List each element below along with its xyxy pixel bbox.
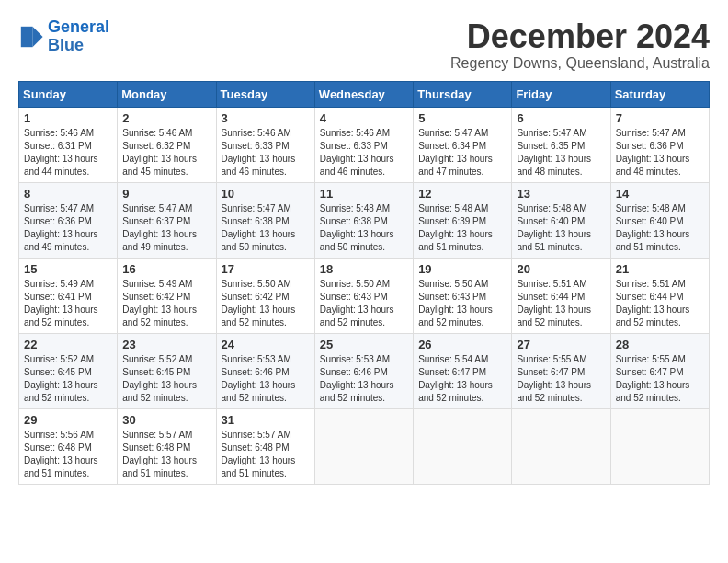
calendar-cell: [512, 408, 610, 484]
cell-info: Sunrise: 5:50 AMSunset: 6:43 PMDaylight:…: [418, 278, 506, 329]
cell-info: Sunrise: 5:52 AMSunset: 6:45 PMDaylight:…: [122, 353, 210, 405]
calendar-week-row: 22 Sunrise: 5:52 AMSunset: 6:45 PMDaylig…: [19, 333, 710, 408]
calendar-cell: 24 Sunrise: 5:53 AMSunset: 6:46 PMDaylig…: [216, 333, 314, 408]
calendar-cell: 2 Sunrise: 5:46 AMSunset: 6:32 PMDayligh…: [118, 107, 216, 182]
cell-info: Sunrise: 5:56 AMSunset: 6:48 PMDaylight:…: [24, 429, 112, 480]
calendar-cell: 11 Sunrise: 5:48 AMSunset: 6:38 PMDaylig…: [314, 182, 413, 258]
calendar-cell: 3 Sunrise: 5:46 AMSunset: 6:33 PMDayligh…: [216, 107, 314, 182]
location-subtitle: Regency Downs, Queensland, Australia: [450, 55, 710, 72]
weekday-header-friday: Friday: [512, 81, 610, 107]
calendar-cell: 9 Sunrise: 5:47 AMSunset: 6:37 PMDayligh…: [118, 182, 216, 258]
cell-info: Sunrise: 5:46 AMSunset: 6:32 PMDaylight:…: [122, 127, 210, 178]
cell-info: Sunrise: 5:55 AMSunset: 6:47 PMDaylight:…: [517, 353, 605, 405]
calendar-week-row: 1 Sunrise: 5:46 AMSunset: 6:31 PMDayligh…: [19, 107, 710, 182]
cell-info: Sunrise: 5:53 AMSunset: 6:46 PMDaylight:…: [222, 353, 310, 405]
cell-info: Sunrise: 5:53 AMSunset: 6:46 PMDaylight:…: [320, 353, 408, 405]
cell-info: Sunrise: 5:47 AMSunset: 6:36 PMDaylight:…: [24, 202, 112, 254]
calendar-cell: 16 Sunrise: 5:49 AMSunset: 6:42 PMDaylig…: [118, 258, 216, 333]
cell-info: Sunrise: 5:50 AMSunset: 6:42 PMDaylight:…: [222, 278, 310, 329]
calendar-cell: 26 Sunrise: 5:54 AMSunset: 6:47 PMDaylig…: [414, 333, 512, 408]
calendar-cell: 22 Sunrise: 5:52 AMSunset: 6:45 PMDaylig…: [19, 333, 118, 408]
logo: General Blue: [18, 18, 109, 55]
cell-info: Sunrise: 5:48 AMSunset: 6:40 PMDaylight:…: [616, 202, 704, 254]
day-number: 18: [320, 262, 408, 276]
cell-info: Sunrise: 5:46 AMSunset: 6:31 PMDaylight:…: [24, 127, 112, 178]
weekday-header-row: SundayMondayTuesdayWednesdayThursdayFrid…: [19, 81, 710, 107]
day-number: 1: [24, 111, 112, 125]
cell-info: Sunrise: 5:49 AMSunset: 6:41 PMDaylight:…: [24, 278, 112, 329]
calendar-cell: 23 Sunrise: 5:52 AMSunset: 6:45 PMDaylig…: [118, 333, 216, 408]
month-title: December 2024: [450, 18, 710, 55]
calendar-table: SundayMondayTuesdayWednesdayThursdayFrid…: [18, 81, 710, 485]
day-number: 25: [320, 338, 408, 351]
logo-text: General Blue: [48, 18, 109, 55]
day-number: 11: [320, 187, 408, 201]
day-number: 26: [418, 338, 506, 351]
cell-info: Sunrise: 5:47 AMSunset: 6:35 PMDaylight:…: [517, 127, 605, 178]
calendar-cell: 8 Sunrise: 5:47 AMSunset: 6:36 PMDayligh…: [19, 182, 118, 258]
day-number: 27: [517, 338, 605, 351]
svg-rect-1: [21, 27, 33, 47]
cell-info: Sunrise: 5:50 AMSunset: 6:43 PMDaylight:…: [320, 278, 408, 329]
cell-info: Sunrise: 5:48 AMSunset: 6:39 PMDaylight:…: [418, 202, 506, 254]
calendar-cell: 28 Sunrise: 5:55 AMSunset: 6:47 PMDaylig…: [610, 333, 709, 408]
calendar-cell: 6 Sunrise: 5:47 AMSunset: 6:35 PMDayligh…: [512, 107, 610, 182]
day-number: 15: [24, 262, 112, 276]
logo-icon: [18, 24, 44, 50]
day-number: 10: [222, 187, 310, 201]
svg-marker-0: [32, 27, 42, 47]
calendar-cell: 17 Sunrise: 5:50 AMSunset: 6:42 PMDaylig…: [216, 258, 314, 333]
calendar-cell: 18 Sunrise: 5:50 AMSunset: 6:43 PMDaylig…: [314, 258, 413, 333]
day-number: 22: [24, 338, 112, 351]
calendar-cell: 25 Sunrise: 5:53 AMSunset: 6:46 PMDaylig…: [314, 333, 413, 408]
calendar-week-row: 15 Sunrise: 5:49 AMSunset: 6:41 PMDaylig…: [19, 258, 710, 333]
day-number: 14: [616, 187, 704, 201]
weekday-header-tuesday: Tuesday: [216, 81, 314, 107]
weekday-header-monday: Monday: [118, 81, 216, 107]
calendar-cell: 12 Sunrise: 5:48 AMSunset: 6:39 PMDaylig…: [414, 182, 512, 258]
logo-line1: General: [48, 17, 109, 36]
calendar-cell: 21 Sunrise: 5:51 AMSunset: 6:44 PMDaylig…: [610, 258, 709, 333]
cell-info: Sunrise: 5:55 AMSunset: 6:47 PMDaylight:…: [616, 353, 704, 405]
day-number: 19: [418, 262, 506, 276]
day-number: 21: [616, 262, 704, 276]
calendar-cell: 5 Sunrise: 5:47 AMSunset: 6:34 PMDayligh…: [414, 107, 512, 182]
calendar-cell: [314, 408, 413, 484]
calendar-cell: 4 Sunrise: 5:46 AMSunset: 6:33 PMDayligh…: [314, 107, 413, 182]
day-number: 24: [222, 338, 310, 351]
cell-info: Sunrise: 5:48 AMSunset: 6:40 PMDaylight:…: [517, 202, 605, 254]
day-number: 6: [517, 111, 605, 125]
day-number: 30: [122, 413, 210, 427]
day-number: 20: [517, 262, 605, 276]
day-number: 5: [418, 111, 506, 125]
day-number: 2: [122, 111, 210, 125]
cell-info: Sunrise: 5:47 AMSunset: 6:34 PMDaylight:…: [418, 127, 506, 178]
calendar-cell: [414, 408, 512, 484]
calendar-cell: 13 Sunrise: 5:48 AMSunset: 6:40 PMDaylig…: [512, 182, 610, 258]
day-number: 23: [122, 338, 210, 351]
cell-info: Sunrise: 5:52 AMSunset: 6:45 PMDaylight:…: [24, 353, 112, 405]
cell-info: Sunrise: 5:48 AMSunset: 6:38 PMDaylight:…: [320, 202, 408, 254]
cell-info: Sunrise: 5:46 AMSunset: 6:33 PMDaylight:…: [222, 127, 310, 178]
cell-info: Sunrise: 5:51 AMSunset: 6:44 PMDaylight:…: [616, 278, 704, 329]
day-number: 13: [517, 187, 605, 201]
day-number: 29: [24, 413, 112, 427]
cell-info: Sunrise: 5:54 AMSunset: 6:47 PMDaylight:…: [418, 353, 506, 405]
calendar-cell: 29 Sunrise: 5:56 AMSunset: 6:48 PMDaylig…: [19, 408, 118, 484]
calendar-cell: 27 Sunrise: 5:55 AMSunset: 6:47 PMDaylig…: [512, 333, 610, 408]
day-number: 17: [222, 262, 310, 276]
calendar-cell: 20 Sunrise: 5:51 AMSunset: 6:44 PMDaylig…: [512, 258, 610, 333]
page-header: General Blue December 2024 Regency Downs…: [18, 18, 710, 72]
calendar-cell: 31 Sunrise: 5:57 AMSunset: 6:48 PMDaylig…: [216, 408, 314, 484]
cell-info: Sunrise: 5:57 AMSunset: 6:48 PMDaylight:…: [122, 429, 210, 480]
calendar-cell: 10 Sunrise: 5:47 AMSunset: 6:38 PMDaylig…: [216, 182, 314, 258]
cell-info: Sunrise: 5:51 AMSunset: 6:44 PMDaylight:…: [517, 278, 605, 329]
calendar-cell: 19 Sunrise: 5:50 AMSunset: 6:43 PMDaylig…: [414, 258, 512, 333]
day-number: 12: [418, 187, 506, 201]
day-number: 4: [320, 111, 408, 125]
calendar-cell: 15 Sunrise: 5:49 AMSunset: 6:41 PMDaylig…: [19, 258, 118, 333]
calendar-week-row: 29 Sunrise: 5:56 AMSunset: 6:48 PMDaylig…: [19, 408, 710, 484]
day-number: 16: [122, 262, 210, 276]
day-number: 28: [616, 338, 704, 351]
calendar-cell: 14 Sunrise: 5:48 AMSunset: 6:40 PMDaylig…: [610, 182, 709, 258]
